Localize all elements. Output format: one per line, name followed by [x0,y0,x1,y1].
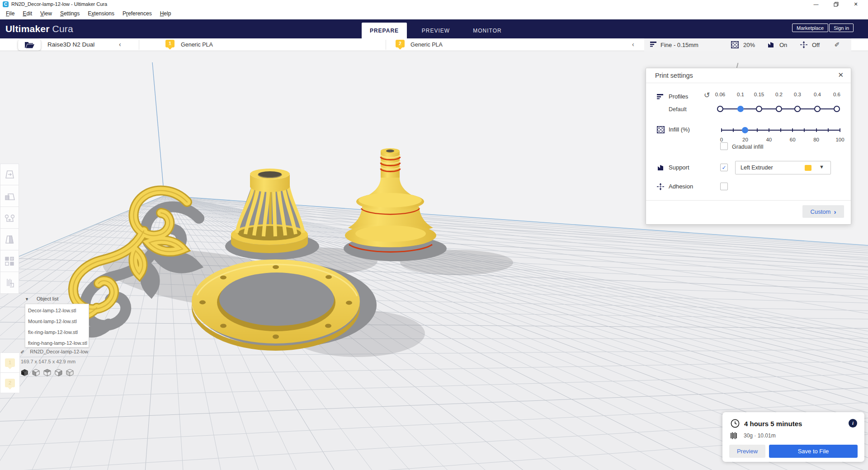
minimize-button[interactable]: — [807,0,825,9]
material-usage-icon [731,432,739,439]
build-volume-vertical-edge [152,62,164,196]
slice-action-panel: 4 hours 5 minutes i 30g · 10.01m Preview… [722,412,864,462]
object-list-item[interactable]: fix-ring-lamp-12-low.stl [25,327,89,338]
view-front-icon[interactable] [32,369,40,376]
adhesion-icon [657,183,664,190]
edit-settings-pencil-icon[interactable]: ✎ [834,42,841,47]
object-list-item[interactable]: fixing-hang-lamp-12-low.stl [25,338,89,348]
chevron-right-icon: › [834,208,836,216]
model-fix-ring[interactable] [192,259,360,351]
model-dimensions: 169.7 x 147.5 x 42.9 mm [21,359,88,364]
extruder-tab-1[interactable]: 1 [0,352,20,373]
model-lamp-shade[interactable] [231,169,308,253]
view-right-icon[interactable] [66,369,74,376]
sign-in-button[interactable]: Sign in [829,24,854,32]
close-window-button[interactable]: ✕ [847,0,864,9]
panel-title: Print settings [655,72,693,79]
profile-stop[interactable] [814,106,821,112]
object-list-item[interactable]: Mount-lamp-12-low.stl [25,316,89,327]
tab-monitor[interactable]: MONITOR [465,23,510,38]
configuration-bar: Raise3D N2 Dual ‹ 1 Generic PLA 2 Generi… [0,38,868,51]
view-top-icon[interactable] [43,369,51,376]
move-tool-button[interactable] [0,164,19,185]
infill-label: Infill (%) [669,126,690,133]
object-list-panel: Decor-lamp-12-low.stl Mount-lamp-12-low.… [25,304,89,348]
adhesion-icon [800,41,807,48]
view-3d-icon[interactable] [21,369,28,376]
rotate-tool-button[interactable] [0,207,19,229]
project-info: ✎ RN2D_Decor-lamp-12-low 169.7 x 147.5 x… [21,349,88,376]
support-checkbox[interactable]: ✓ [720,164,728,171]
menu-item-file[interactable]: File [2,9,19,19]
infill-slider-handle[interactable] [742,127,748,133]
menu-item-edit[interactable]: Edit [19,9,36,19]
marketplace-button[interactable]: Marketplace [792,24,828,32]
profile-stop[interactable] [794,106,801,112]
support-extruder-dropdown[interactable]: Left Extruder ▼ [735,161,831,174]
clock-icon [731,419,740,428]
divider [386,40,386,50]
profile-stop[interactable] [834,106,840,112]
printer-collapse-icon[interactable]: ‹ [119,41,121,48]
object-list-item[interactable]: Decor-lamp-12-low.stl [25,305,89,316]
extruder-tab-2[interactable]: 2 [0,373,20,393]
print-settings-panel: Print settings ✕ Profiles ↺ 0.06 0.1 0.1… [646,68,851,225]
per-model-settings-button[interactable] [0,250,19,272]
material-collapse-icon[interactable]: ‹ [632,41,634,48]
reset-profile-icon[interactable]: ↺ [704,92,710,99]
infill-slider[interactable] [722,130,840,131]
profile-tick-labels: 0.06 0.1 0.15 0.2 0.3 0.4 0.6 [720,92,837,98]
adhesion-checkbox[interactable] [720,183,728,190]
stage-tabs: PREPARE PREVIEW MONITOR [362,23,510,38]
print-time-estimate: 4 hours 5 minutes [744,420,802,428]
rename-pencil-icon[interactable]: ✎ [20,350,26,354]
per-model-settings-icon [4,255,15,267]
menu-bar: File Edit View Settings Extensions Prefe… [0,9,868,19]
scale-tool-button[interactable] [0,185,19,207]
printer-selector[interactable]: Raise3D N2 Dual [47,41,94,48]
gradual-infill-checkbox[interactable] [720,142,728,150]
extruder-1-material[interactable]: Generic PLA [181,42,213,48]
profile-name: Default [669,106,687,113]
profile-stop-selected[interactable] [737,106,744,112]
object-list-toggle[interactable]: ▼ Object list [25,296,58,301]
menu-item-help[interactable]: Help [156,9,175,19]
menu-item-view[interactable]: View [36,9,56,19]
restore-button[interactable] [827,0,844,9]
menu-item-extensions[interactable]: Extensions [84,9,118,19]
mirror-tool-button[interactable] [0,229,19,250]
tab-prepare[interactable]: PREPARE [362,23,407,38]
window-title: RN2D_Decor-lamp-12-low - Ultimaker Cura [11,1,107,7]
project-name[interactable]: RN2D_Decor-lamp-12-low [30,349,88,354]
info-icon[interactable]: i [849,419,857,428]
restore-icon [834,2,839,7]
chevron-down-icon: ▼ [819,164,824,169]
view-left-icon[interactable] [55,369,62,376]
menu-item-settings[interactable]: Settings [56,9,84,19]
model-lamp-base[interactable] [345,148,436,252]
brand-logo: Ultimaker Cura [5,24,73,34]
tab-preview[interactable]: PREVIEW [413,23,458,38]
cura-app-icon: C [3,1,9,7]
support-blocker-button[interactable] [0,272,19,294]
profile-stop[interactable] [776,106,782,112]
profiles-label: Profiles [669,93,688,100]
menu-item-preferences[interactable]: Preferences [118,9,156,19]
print-settings-summary[interactable]: Fine - 0.15mm 20% On Off ✎ [644,38,851,51]
preview-button[interactable]: Preview [729,445,765,458]
extruder-1-badge: 1 [165,40,175,47]
extruder-tabs: 1 2 [0,352,20,393]
open-file-button[interactable] [18,39,41,51]
camera-view-buttons [21,369,88,376]
summary-support: On [779,42,787,48]
support-icon [657,164,664,171]
close-panel-icon[interactable]: ✕ [838,71,844,79]
extruder-2-material[interactable]: Generic PLA [410,42,443,48]
profile-slider[interactable] [720,108,837,109]
profile-stop[interactable] [756,106,762,112]
mirror-tool-icon [4,234,15,245]
custom-settings-button[interactable]: Custom › [802,205,844,218]
profile-stop[interactable] [717,106,723,112]
save-to-file-button[interactable]: Save to File [769,445,858,458]
summary-adhesion: Off [812,42,820,48]
